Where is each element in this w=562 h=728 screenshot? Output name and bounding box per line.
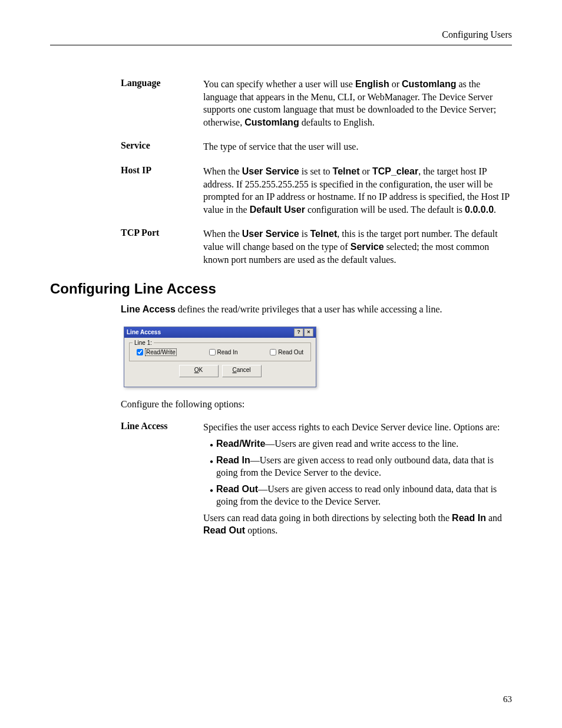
page-header-title: Configuring Users <box>50 29 512 40</box>
definition-description: When the User Service is Telnet, this is… <box>203 228 512 266</box>
configure-options-line: Configure the following options: <box>121 398 512 411</box>
cancel-button[interactable]: Cancel <box>222 365 262 377</box>
line-access-intro-text: Specifies the user access rights to each… <box>203 422 500 432</box>
section-heading: Configuring Line Access <box>50 281 512 297</box>
definition-row: Host IPWhen the User Service is set to T… <box>121 165 512 216</box>
definitions-table: LanguageYou can specify whether a user w… <box>121 78 512 266</box>
checkbox-read-write-label: Read/Write <box>145 348 177 356</box>
options-bullet-list: Read/Write—Users are given read and writ… <box>203 437 512 508</box>
checkbox-read-in-input[interactable] <box>209 349 216 355</box>
line1-fieldset: Line 1: Read/Write Read In Read Out <box>129 342 311 361</box>
line-access-desc: Specifies the user access rights to each… <box>203 421 512 537</box>
definition-row: LanguageYou can specify whether a user w… <box>121 78 512 129</box>
definition-label: Language <box>121 78 203 129</box>
definition-label: TCP Port <box>121 228 203 266</box>
line-access-tail: Users can read data going in both direct… <box>203 512 512 537</box>
definition-description: You can specify whether a user will use … <box>203 78 512 129</box>
dialog-title: Line Access <box>127 329 161 335</box>
checkbox-read-in[interactable]: Read In <box>209 348 238 356</box>
close-button[interactable]: × <box>304 328 313 337</box>
line-access-label: Line Access <box>121 421 203 537</box>
definition-description: When the User Service is set to Telnet o… <box>203 165 512 216</box>
definition-label: Service <box>121 140 203 153</box>
header-rule <box>50 45 512 45</box>
section-intro: Line Access defines the read/write privi… <box>121 303 512 316</box>
dialog-screenshot: Line Access ? × Line 1: Read/Write <box>124 327 512 387</box>
list-item: Read Out—Users are given access to read … <box>216 483 512 508</box>
definition-label: Host IP <box>121 165 203 216</box>
line-access-dialog: Line Access ? × Line 1: Read/Write <box>124 327 316 387</box>
fieldset-legend: Line 1: <box>133 340 154 346</box>
list-item: Read In—Users are given access to read o… <box>216 454 512 479</box>
dialog-titlebar: Line Access ? × <box>124 327 316 338</box>
checkbox-read-write-input[interactable] <box>137 349 143 355</box>
checkbox-read-out-input[interactable] <box>270 349 276 355</box>
line-access-definition: Line Access Specifies the user access ri… <box>121 421 512 537</box>
definition-row: ServiceThe type of service that the user… <box>121 140 512 153</box>
checkbox-read-in-label: Read In <box>217 349 238 355</box>
page-number: 63 <box>503 694 512 704</box>
checkbox-read-out-label: Read Out <box>278 349 303 355</box>
checkbox-read-out[interactable]: Read Out <box>270 348 303 356</box>
definition-row: TCP PortWhen the User Service is Telnet,… <box>121 228 512 266</box>
list-item: Read/Write—Users are given read and writ… <box>216 437 512 450</box>
checkbox-read-write[interactable]: Read/Write <box>137 348 177 356</box>
ok-button[interactable]: OK <box>179 365 219 377</box>
definition-description: The type of service that the user will u… <box>203 140 512 153</box>
help-button[interactable]: ? <box>294 328 303 337</box>
